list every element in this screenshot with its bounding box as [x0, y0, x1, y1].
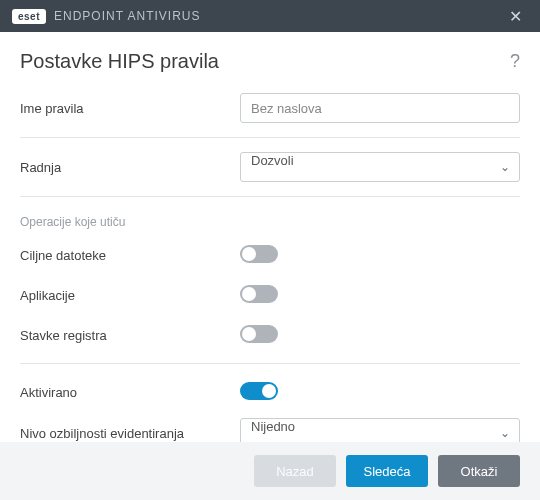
rule-name-label: Ime pravila: [20, 101, 240, 116]
registry-label: Stavke registra: [20, 328, 240, 343]
target-files-label: Ciljne datoteke: [20, 248, 240, 263]
brand: eset ENDPOINT ANTIVIRUS: [12, 9, 200, 24]
registry-toggle[interactable]: [240, 325, 278, 343]
row-registry: Stavke registra: [20, 315, 520, 355]
applications-label: Aplikacije: [20, 288, 240, 303]
help-icon[interactable]: ?: [510, 51, 520, 72]
header: Postavke HIPS pravila ?: [0, 32, 540, 87]
brand-text: ENDPOINT ANTIVIRUS: [54, 9, 200, 23]
enabled-toggle[interactable]: [240, 382, 278, 400]
target-files-toggle[interactable]: [240, 245, 278, 263]
divider: [20, 196, 520, 197]
row-target-files: Ciljne datoteke: [20, 235, 520, 275]
page-title: Postavke HIPS pravila: [20, 50, 510, 73]
operations-section-label: Operacije koje utiču: [20, 205, 520, 235]
row-action: Radnja Dozvoli ⌄: [20, 146, 520, 188]
action-select[interactable]: Dozvoli: [240, 152, 520, 182]
next-button[interactable]: Sledeća: [346, 455, 428, 487]
applications-toggle[interactable]: [240, 285, 278, 303]
back-button: Nazad: [254, 455, 336, 487]
footer: Nazad Sledeća Otkaži: [0, 442, 540, 500]
rule-name-input[interactable]: [240, 93, 520, 123]
titlebar: eset ENDPOINT ANTIVIRUS ✕: [0, 0, 540, 32]
cancel-button[interactable]: Otkaži: [438, 455, 520, 487]
brand-badge: eset: [12, 9, 46, 24]
divider: [20, 137, 520, 138]
row-enabled: Aktivirano: [20, 372, 520, 412]
row-rule-name: Ime pravila: [20, 87, 520, 129]
content: Ime pravila Radnja Dozvoli ⌄ Operacije k…: [0, 87, 540, 494]
action-label: Radnja: [20, 160, 240, 175]
enabled-label: Aktivirano: [20, 385, 240, 400]
close-icon[interactable]: ✕: [503, 3, 528, 30]
row-applications: Aplikacije: [20, 275, 520, 315]
severity-label: Nivo ozbiljnosti evidentiranja: [20, 426, 240, 441]
divider: [20, 363, 520, 364]
